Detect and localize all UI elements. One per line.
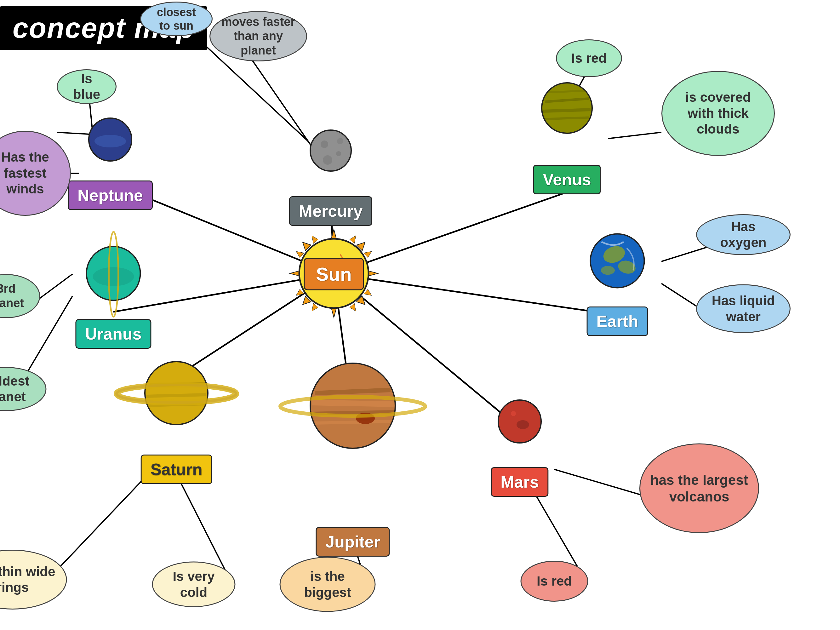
svg-point-54 xyxy=(601,266,615,275)
svg-point-41 xyxy=(310,130,351,171)
svg-point-44 xyxy=(323,155,332,165)
svg-point-56 xyxy=(516,420,529,429)
svg-point-75 xyxy=(95,135,126,147)
mercury-label: Mercury xyxy=(289,196,372,226)
svg-marker-24 xyxy=(332,229,336,239)
jupiter-label: Jupiter xyxy=(316,527,390,557)
fact-fastest-winds: Has the fastest winds xyxy=(0,131,71,216)
sun-body: Sun xyxy=(283,223,384,325)
jupiter-planet xyxy=(307,360,398,453)
svg-point-71 xyxy=(109,232,118,317)
svg-marker-30 xyxy=(290,271,299,276)
svg-line-17 xyxy=(535,494,579,570)
svg-point-43 xyxy=(336,151,341,156)
fact-very-cold: Is very cold xyxy=(152,562,235,607)
venus-planet xyxy=(538,80,595,137)
svg-marker-28 xyxy=(332,308,336,317)
svg-point-45 xyxy=(337,138,343,144)
svg-line-10 xyxy=(252,60,315,151)
earth-label: Earth xyxy=(587,306,648,336)
neptune-planet xyxy=(87,116,134,164)
uranus-planet xyxy=(84,245,143,304)
fact-moves-faster: moves faster than any planet xyxy=(210,11,307,62)
neptune-label: Neptune xyxy=(68,180,153,210)
svg-line-48 xyxy=(543,110,591,111)
mars-planet xyxy=(496,398,543,446)
saturn-label: Saturn xyxy=(141,455,212,484)
mercury-planet xyxy=(309,128,353,174)
saturn-planet xyxy=(142,358,211,429)
fact-liquid-water: Has liquid water xyxy=(696,284,791,333)
fact-is-red-mars: Is red xyxy=(521,561,588,602)
mars-label: Mars xyxy=(491,467,548,497)
fact-is-biggest: is the biggest xyxy=(280,557,376,612)
venus-label: Venus xyxy=(533,165,601,194)
svg-point-58 xyxy=(280,397,425,416)
fact-thick-clouds: is covered with thick clouds xyxy=(662,71,775,156)
fact-is-red-venus: Is red xyxy=(556,39,622,77)
uranus-label: Uranus xyxy=(75,319,151,349)
fact-coldest-planet: coldest planet xyxy=(0,367,47,411)
svg-line-19 xyxy=(60,471,151,567)
fact-closest-sun: closest to sun xyxy=(140,2,213,36)
svg-point-57 xyxy=(511,411,516,416)
svg-line-20 xyxy=(176,474,227,573)
earth-planet xyxy=(588,232,647,291)
svg-line-14 xyxy=(662,246,712,261)
fact-largest-volcanos: has the largest volcanos xyxy=(639,444,759,533)
fact-has-oxygen: Has oxygen xyxy=(696,214,791,255)
svg-line-49 xyxy=(545,117,589,119)
svg-point-42 xyxy=(321,141,328,148)
sun-label: Sun xyxy=(304,258,364,291)
fact-thin-rings: Has thin wide rings xyxy=(0,549,67,609)
fact-is-blue: Is blue xyxy=(57,69,117,104)
svg-marker-26 xyxy=(368,271,378,276)
fact-third-planet: 3rd planet xyxy=(0,274,40,318)
concept-map: concept map xyxy=(0,0,840,630)
svg-line-13 xyxy=(608,132,662,139)
